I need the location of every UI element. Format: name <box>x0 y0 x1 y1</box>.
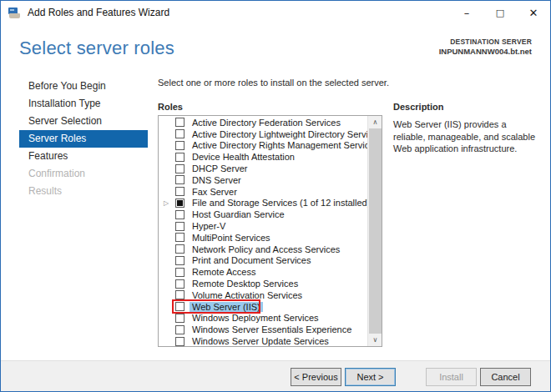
expander-icon[interactable]: ▷ <box>164 199 169 208</box>
role-row[interactable]: Network Policy and Access Services <box>159 244 367 255</box>
roles-list-label: Roles <box>158 102 183 112</box>
install-button: Install <box>426 368 477 386</box>
scrollbar-thumb[interactable] <box>369 128 382 334</box>
sidebar-item-results: Results <box>19 183 148 200</box>
description-label: Description <box>393 102 444 112</box>
wizard-steps-sidebar: Before You BeginInstallation TypeServer … <box>19 78 148 200</box>
role-row[interactable]: Windows Server Essentials Experience <box>159 324 367 335</box>
role-checkbox[interactable] <box>175 290 185 299</box>
cancel-button[interactable]: Cancel <box>480 368 531 386</box>
role-label: Windows Server Update Services <box>190 336 331 346</box>
destination-server-label: DESTINATION SERVER <box>439 38 532 47</box>
role-row[interactable]: DHCP Server <box>159 163 367 174</box>
role-label: Web Server (IIS) <box>190 302 263 312</box>
role-checkbox[interactable] <box>175 141 185 150</box>
scroll-up-icon[interactable]: ∧ <box>368 116 382 128</box>
role-checkbox[interactable] <box>175 175 185 184</box>
description-text: Web Server (IIS) provides a reliable, ma… <box>393 118 535 155</box>
role-checkbox[interactable] <box>175 314 185 323</box>
role-checkbox[interactable] <box>175 164 185 173</box>
role-row[interactable]: Host Guardian Service <box>159 209 367 220</box>
role-checkbox[interactable] <box>175 244 185 254</box>
window-title: Add Roles and Features Wizard <box>28 7 169 18</box>
role-label: File and Storage Services (1 of 12 insta… <box>190 198 372 208</box>
role-label: Device Health Attestation <box>190 152 297 162</box>
role-label: Hyper-V <box>190 221 228 231</box>
role-label: Remote Desktop Services <box>190 279 301 289</box>
server-manager-icon <box>8 8 21 18</box>
role-label: Remote Access <box>190 267 258 277</box>
role-checkbox[interactable] <box>175 268 185 277</box>
role-checkbox[interactable] <box>175 325 185 334</box>
role-label: Active Directory Lightweight Directory S… <box>190 129 382 139</box>
role-row[interactable]: Windows Server Update Services <box>159 335 367 347</box>
role-checkbox[interactable] <box>175 222 185 231</box>
window-controls: – □ ✕ <box>450 1 550 24</box>
close-icon[interactable]: ✕ <box>517 1 550 24</box>
role-checkbox[interactable] <box>175 210 185 219</box>
role-label: Print and Document Services <box>190 255 313 265</box>
role-row[interactable]: Device Health Attestation <box>159 151 367 163</box>
role-checkbox[interactable] <box>175 279 185 289</box>
role-row[interactable]: Print and Document Services <box>159 255 367 267</box>
vertical-scrollbar[interactable]: ∧ ∨ <box>367 116 382 346</box>
sidebar-item-confirmation: Confirmation <box>19 165 148 183</box>
sidebar-item-server-roles[interactable]: Server Roles <box>19 130 148 148</box>
role-row[interactable]: DNS Server <box>159 174 367 186</box>
role-label: Fax Server <box>190 187 240 197</box>
sidebar-item-installation-type[interactable]: Installation Type <box>19 95 148 113</box>
role-checkbox[interactable] <box>175 256 185 265</box>
role-row[interactable]: ▷File and Storage Services (1 of 12 inst… <box>159 198 367 209</box>
previous-button[interactable]: < Previous <box>291 368 341 386</box>
role-row[interactable]: Volume Activation Services <box>159 289 367 301</box>
role-label: DNS Server <box>190 175 244 185</box>
destination-server-block: DESTINATION SERVER INPUNMANNW004.bt.net <box>439 38 532 56</box>
role-row[interactable]: Active Directory Federation Services <box>159 117 367 128</box>
instruction-text: Select one or more roles to install on t… <box>158 78 389 88</box>
minimize-icon[interactable]: – <box>450 1 483 24</box>
role-checkbox[interactable] <box>175 118 185 127</box>
role-row[interactable]: Hyper-V <box>159 220 367 232</box>
role-checkbox[interactable] <box>175 337 185 346</box>
roles-listbox: Active Directory Federation ServicesActi… <box>158 115 382 347</box>
role-row[interactable]: Remote Desktop Services <box>159 278 367 289</box>
role-checkbox[interactable] <box>175 129 185 138</box>
role-checkbox[interactable] <box>175 153 185 162</box>
role-checkbox[interactable] <box>175 187 185 196</box>
role-checkbox[interactable] <box>175 233 185 242</box>
role-label: DHCP Server <box>190 163 250 173</box>
role-row[interactable]: MultiPoint Services <box>159 232 367 244</box>
role-label: Active Directory Rights Management Servi… <box>190 140 382 150</box>
roles-list: Active Directory Federation ServicesActi… <box>159 117 367 347</box>
role-label: Windows Deployment Services <box>190 313 321 323</box>
destination-server-name: INPUNMANNW004.bt.net <box>439 47 532 56</box>
sidebar-item-features[interactable]: Features <box>19 148 148 165</box>
role-label: Volume Activation Services <box>190 290 305 300</box>
role-row[interactable]: Active Directory Lightweight Directory S… <box>159 128 367 140</box>
role-label: Network Policy and Access Services <box>190 244 342 254</box>
role-row[interactable]: Fax Server <box>159 186 367 198</box>
wizard-window: Add Roles and Features Wizard – □ ✕ Sele… <box>0 0 551 392</box>
page-title: Select server roles <box>19 38 174 59</box>
role-row[interactable]: Active Directory Rights Management Servi… <box>159 140 367 152</box>
role-checkbox[interactable] <box>175 302 185 311</box>
role-row[interactable]: Windows Deployment Services <box>159 313 367 324</box>
sidebar-item-before-you-begin[interactable]: Before You Begin <box>19 78 148 95</box>
maximize-icon[interactable]: □ <box>483 1 517 24</box>
titlebar: Add Roles and Features Wizard – □ ✕ <box>1 1 550 24</box>
scroll-down-icon[interactable]: ∨ <box>368 334 382 346</box>
role-row[interactable]: Web Server (IIS) <box>159 301 367 313</box>
next-button[interactable]: Next > <box>345 368 396 386</box>
sidebar-item-server-selection[interactable]: Server Selection <box>19 113 148 130</box>
role-label: Active Directory Federation Services <box>190 118 343 128</box>
role-label: Host Guardian Service <box>190 209 287 219</box>
role-row[interactable]: Remote Access <box>159 266 367 278</box>
role-label: MultiPoint Services <box>190 233 273 243</box>
role-checkbox[interactable] <box>175 199 185 208</box>
footer-bar: < PreviousNext >InstallCancel <box>1 360 550 391</box>
role-label: Windows Server Essentials Experience <box>190 324 354 334</box>
